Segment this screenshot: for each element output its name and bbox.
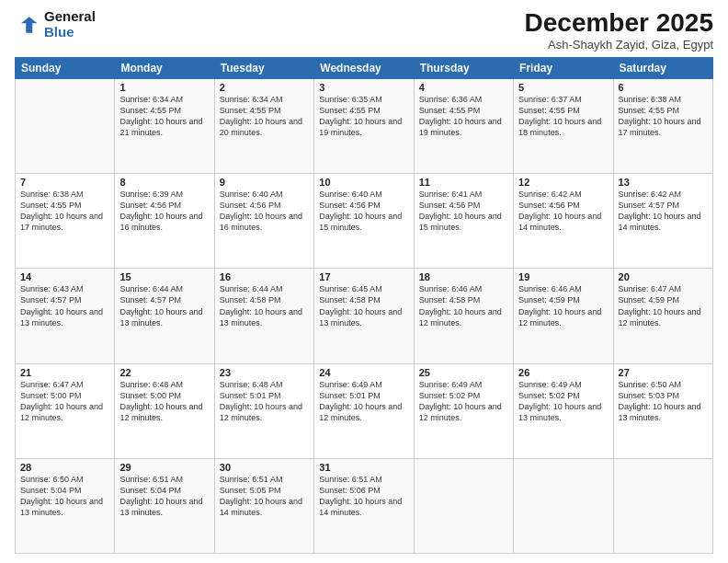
- day-info: Sunrise: 6:46 AM Sunset: 4:59 PM Dayligh…: [518, 283, 608, 328]
- daylight: Daylight: 10 hours and 12 minutes.: [518, 306, 608, 328]
- sunset: Sunset: 5:04 PM: [119, 485, 209, 496]
- calendar-cell: 26 Sunrise: 6:49 AM Sunset: 5:02 PM Dayl…: [514, 363, 613, 458]
- calendar-cell: 24 Sunrise: 6:49 AM Sunset: 5:01 PM Dayl…: [314, 363, 414, 458]
- sunset: Sunset: 4:56 PM: [319, 200, 408, 211]
- calendar-cell: 19 Sunrise: 6:46 AM Sunset: 4:59 PM Dayl…: [514, 269, 613, 363]
- calendar-cell: 6 Sunrise: 6:38 AM Sunset: 4:55 PM Dayli…: [613, 78, 712, 173]
- day-number: 13: [619, 177, 708, 188]
- sunset: Sunset: 4:55 PM: [20, 200, 109, 211]
- calendar-cell: 12 Sunrise: 6:42 AM Sunset: 4:56 PM Dayl…: [514, 174, 613, 269]
- sunset: Sunset: 4:58 PM: [319, 294, 408, 305]
- sunset: Sunset: 4:55 PM: [220, 105, 309, 116]
- day-number: 29: [119, 462, 209, 473]
- sunset: Sunset: 4:56 PM: [518, 200, 608, 211]
- calendar-week-2: 7 Sunrise: 6:38 AM Sunset: 4:55 PM Dayli…: [16, 174, 713, 269]
- daylight: Daylight: 10 hours and 19 minutes.: [419, 116, 508, 138]
- location: Ash-Shaykh Zayid, Giza, Egypt: [525, 38, 713, 52]
- sunrise: Sunrise: 6:47 AM: [619, 283, 708, 294]
- day-number: 19: [518, 271, 608, 282]
- calendar-cell: 20 Sunrise: 6:47 AM Sunset: 4:59 PM Dayl…: [613, 269, 712, 363]
- calendar-cell: 10 Sunrise: 6:40 AM Sunset: 4:56 PM Dayl…: [314, 174, 414, 269]
- calendar-cell: 22 Sunrise: 6:48 AM Sunset: 5:00 PM Dayl…: [115, 363, 214, 458]
- calendar-week-5: 28 Sunrise: 6:50 AM Sunset: 5:04 PM Dayl…: [16, 458, 713, 553]
- day-header-saturday: Saturday: [613, 57, 712, 78]
- header: General Blue December 2025 Ash-Shaykh Za…: [15, 9, 713, 52]
- calendar-cell: 18 Sunrise: 6:46 AM Sunset: 4:58 PM Dayl…: [414, 269, 513, 363]
- sunrise: Sunrise: 6:48 AM: [220, 379, 309, 390]
- day-info: Sunrise: 6:34 AM Sunset: 4:55 PM Dayligh…: [119, 94, 209, 139]
- sunrise: Sunrise: 6:44 AM: [220, 283, 309, 294]
- sunset: Sunset: 4:56 PM: [119, 200, 209, 211]
- sunset: Sunset: 4:59 PM: [518, 294, 608, 305]
- sunrise: Sunrise: 6:50 AM: [20, 474, 109, 485]
- day-info: Sunrise: 6:49 AM Sunset: 5:02 PM Dayligh…: [518, 379, 608, 424]
- logo-line1: General: [44, 9, 96, 25]
- daylight: Daylight: 10 hours and 14 minutes.: [220, 496, 309, 518]
- daylight: Daylight: 10 hours and 12 minutes.: [20, 401, 109, 423]
- sunset: Sunset: 4:58 PM: [419, 294, 508, 305]
- day-number: 14: [20, 271, 109, 282]
- calendar-cell: 13 Sunrise: 6:42 AM Sunset: 4:57 PM Dayl…: [613, 174, 712, 269]
- day-info: Sunrise: 6:48 AM Sunset: 5:00 PM Dayligh…: [119, 379, 209, 424]
- day-info: Sunrise: 6:37 AM Sunset: 4:55 PM Dayligh…: [518, 94, 608, 139]
- logo-line2: Blue: [44, 25, 96, 40]
- day-info: Sunrise: 6:50 AM Sunset: 5:03 PM Dayligh…: [619, 379, 708, 424]
- sunrise: Sunrise: 6:49 AM: [518, 379, 608, 390]
- calendar-cell: 27 Sunrise: 6:50 AM Sunset: 5:03 PM Dayl…: [613, 363, 712, 458]
- sunrise: Sunrise: 6:51 AM: [220, 474, 309, 485]
- calendar-cell: 11 Sunrise: 6:41 AM Sunset: 4:56 PM Dayl…: [414, 174, 513, 269]
- sunset: Sunset: 5:00 PM: [20, 390, 109, 401]
- day-number: 6: [619, 82, 708, 93]
- calendar-cell: 8 Sunrise: 6:39 AM Sunset: 4:56 PM Dayli…: [115, 174, 214, 269]
- day-info: Sunrise: 6:43 AM Sunset: 4:57 PM Dayligh…: [20, 283, 109, 328]
- day-header-friday: Friday: [514, 57, 613, 78]
- day-info: Sunrise: 6:35 AM Sunset: 4:55 PM Dayligh…: [319, 94, 408, 139]
- calendar-cell: 30 Sunrise: 6:51 AM Sunset: 5:05 PM Dayl…: [214, 458, 313, 553]
- sunrise: Sunrise: 6:44 AM: [119, 283, 209, 294]
- calendar-week-1: 1 Sunrise: 6:34 AM Sunset: 4:55 PM Dayli…: [16, 78, 713, 173]
- day-info: Sunrise: 6:49 AM Sunset: 5:01 PM Dayligh…: [319, 379, 408, 424]
- day-number: 25: [419, 367, 508, 378]
- calendar-cell: 29 Sunrise: 6:51 AM Sunset: 5:04 PM Dayl…: [115, 458, 214, 553]
- daylight: Daylight: 10 hours and 12 minutes.: [220, 401, 309, 423]
- day-info: Sunrise: 6:34 AM Sunset: 4:55 PM Dayligh…: [220, 94, 309, 139]
- daylight: Daylight: 10 hours and 13 minutes.: [619, 401, 708, 423]
- day-number: 17: [319, 271, 408, 282]
- daylight: Daylight: 10 hours and 13 minutes.: [319, 306, 408, 328]
- calendar-week-4: 21 Sunrise: 6:47 AM Sunset: 5:00 PM Dayl…: [16, 363, 713, 458]
- daylight: Daylight: 10 hours and 14 minutes.: [319, 496, 408, 518]
- sunrise: Sunrise: 6:48 AM: [119, 379, 209, 390]
- calendar-cell: 28 Sunrise: 6:50 AM Sunset: 5:04 PM Dayl…: [16, 458, 115, 553]
- daylight: Daylight: 10 hours and 20 minutes.: [220, 116, 309, 138]
- day-info: Sunrise: 6:42 AM Sunset: 4:57 PM Dayligh…: [619, 189, 708, 234]
- logo-text: General Blue: [44, 9, 96, 40]
- calendar-cell: 21 Sunrise: 6:47 AM Sunset: 5:00 PM Dayl…: [16, 363, 115, 458]
- calendar-cell: 25 Sunrise: 6:49 AM Sunset: 5:02 PM Dayl…: [414, 363, 513, 458]
- sunrise: Sunrise: 6:47 AM: [20, 379, 109, 390]
- sunset: Sunset: 5:00 PM: [119, 390, 209, 401]
- sunset: Sunset: 4:55 PM: [518, 105, 608, 116]
- daylight: Daylight: 10 hours and 12 minutes.: [319, 401, 408, 423]
- day-number: 27: [619, 367, 708, 378]
- daylight: Daylight: 10 hours and 18 minutes.: [518, 116, 608, 138]
- day-info: Sunrise: 6:46 AM Sunset: 4:58 PM Dayligh…: [419, 283, 508, 328]
- calendar-cell: 4 Sunrise: 6:36 AM Sunset: 4:55 PM Dayli…: [414, 78, 513, 173]
- sunrise: Sunrise: 6:49 AM: [319, 379, 408, 390]
- calendar-cell: 2 Sunrise: 6:34 AM Sunset: 4:55 PM Dayli…: [214, 78, 313, 173]
- calendar-cell: 16 Sunrise: 6:44 AM Sunset: 4:58 PM Dayl…: [214, 269, 313, 363]
- sunrise: Sunrise: 6:42 AM: [518, 189, 608, 200]
- day-header-monday: Monday: [115, 57, 214, 78]
- sunrise: Sunrise: 6:35 AM: [319, 94, 408, 105]
- day-number: 9: [220, 177, 309, 188]
- day-number: 5: [518, 82, 608, 93]
- logo: General Blue: [15, 9, 96, 40]
- sunset: Sunset: 5:06 PM: [319, 485, 408, 496]
- day-number: 18: [419, 271, 508, 282]
- day-number: 3: [319, 82, 408, 93]
- sunrise: Sunrise: 6:41 AM: [419, 189, 508, 200]
- sunrise: Sunrise: 6:40 AM: [220, 189, 309, 200]
- sunrise: Sunrise: 6:39 AM: [119, 189, 209, 200]
- day-number: 12: [518, 177, 608, 188]
- sunset: Sunset: 4:57 PM: [619, 200, 708, 211]
- daylight: Daylight: 10 hours and 13 minutes.: [119, 496, 209, 518]
